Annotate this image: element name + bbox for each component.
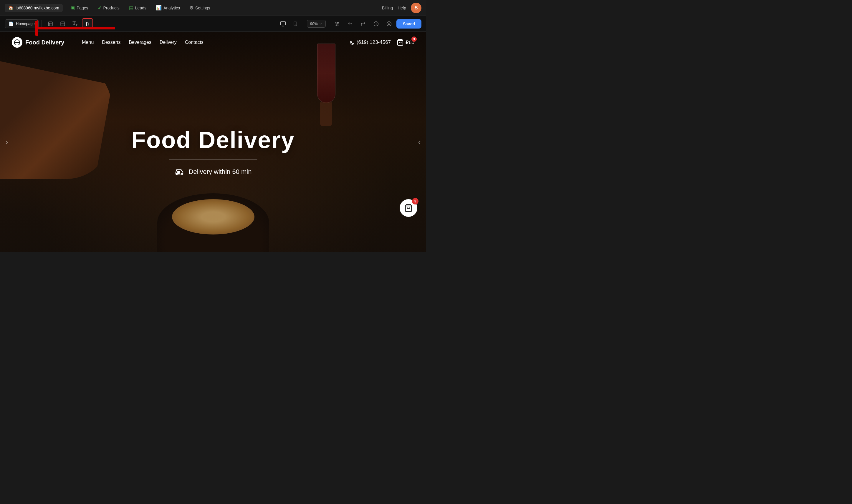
nav-settings-label: Settings	[195, 5, 210, 10]
svg-rect-5	[280, 21, 285, 25]
site-menu-contacts[interactable]: Contacts	[185, 40, 204, 45]
products-icon: ✔	[98, 5, 102, 11]
delivery-icon	[175, 166, 185, 178]
zoom-level: 90%	[310, 21, 318, 26]
svg-point-13	[336, 22, 337, 23]
site-phone-number: (619) 123-4567	[357, 39, 391, 45]
pages-icon: ▣	[70, 5, 75, 11]
nav-leads[interactable]: ▤ Leads	[125, 3, 151, 12]
toolbar-divider-1	[41, 20, 42, 28]
code-icon: {}	[86, 21, 89, 26]
svg-point-14	[337, 23, 338, 24]
domain-indicator[interactable]: 🏠 lp688960.myflexbe.com	[5, 4, 63, 12]
logo-icon	[12, 37, 22, 48]
nav-leads-label: Leads	[135, 5, 146, 10]
home-icon: 🏠	[8, 5, 13, 10]
redo-button[interactable]	[358, 18, 369, 30]
nav-right-section: Billing Help S	[382, 3, 421, 13]
site-menu: Menu Desserts Beverages Delivery Contact…	[82, 40, 204, 45]
hero-glass-decoration	[314, 43, 338, 126]
billing-link[interactable]: Billing	[382, 5, 393, 10]
analytics-icon: 📊	[156, 5, 162, 11]
desktop-view-button[interactable]	[277, 18, 289, 30]
site-cart-badge: 3	[412, 36, 417, 42]
settings-icon: ⚙	[189, 5, 193, 11]
nav-products-label: Products	[103, 5, 120, 10]
site-menu-beverages[interactable]: Beverages	[129, 40, 151, 45]
nav-pages[interactable]: ▣ Pages	[66, 3, 92, 12]
top-nav-bar: 🏠 lp688960.myflexbe.com ▣ Pages ✔ Produc…	[0, 0, 426, 16]
site-menu-delivery[interactable]: Delivery	[160, 40, 177, 45]
domain-text: lp688960.myflexbe.com	[16, 5, 59, 10]
code-editor-button[interactable]: {}	[82, 18, 93, 30]
nav-pages-label: Pages	[76, 5, 88, 10]
floating-cart-button[interactable]: 3	[400, 199, 417, 217]
text-button[interactable]: TT	[70, 18, 81, 30]
action-group: Saved	[332, 18, 421, 30]
slide-arrow-right[interactable]: ‹	[415, 134, 424, 150]
preview-area: Food Delivery Menu Desserts Beverages De…	[0, 32, 426, 252]
hero-food-decoration	[172, 199, 255, 234]
site-menu-menu[interactable]: Menu	[82, 40, 94, 45]
page-tab-label: Homepage	[16, 21, 35, 26]
svg-point-9	[295, 25, 295, 25]
svg-point-15	[336, 25, 337, 25]
save-button[interactable]: Saved	[396, 19, 421, 29]
hero-delivery-text: Delivery within 60 min	[189, 168, 252, 176]
nav-products[interactable]: ✔ Products	[94, 3, 124, 12]
site-logo: Food Delivery	[12, 37, 64, 48]
leads-icon: ▤	[129, 5, 134, 11]
svg-point-17	[387, 21, 391, 26]
editor-toolbar: 📄 Homepage TT {}	[0, 16, 426, 32]
page-tab-icon: 📄	[8, 21, 14, 26]
nav-settings[interactable]: ⚙ Settings	[185, 3, 214, 12]
user-avatar[interactable]: S	[411, 3, 421, 13]
svg-rect-0	[48, 22, 52, 26]
hero-content: Food Delivery Delivery within 60 min	[131, 127, 295, 178]
site-logo-text: Food Delivery	[25, 39, 64, 46]
slide-arrow-left[interactable]: ›	[2, 134, 11, 150]
preview-button[interactable]	[383, 18, 395, 30]
site-navigation: Food Delivery Menu Desserts Beverages De…	[0, 32, 426, 53]
history-button[interactable]	[370, 18, 382, 30]
nav-analytics[interactable]: 📊 Analytics	[152, 3, 184, 12]
svg-point-18	[388, 23, 390, 25]
page-tab[interactable]: 📄 Homepage	[5, 19, 39, 28]
mobile-view-button[interactable]	[290, 18, 301, 30]
help-link[interactable]: Help	[398, 5, 406, 10]
settings-panel-button[interactable]	[332, 18, 343, 30]
floating-cart-badge: 3	[412, 198, 418, 204]
site-menu-desserts[interactable]: Desserts	[102, 40, 120, 45]
undo-button[interactable]	[345, 18, 356, 30]
site-cart[interactable]: 3 ₽60	[397, 39, 414, 46]
website-preview: Food Delivery Menu Desserts Beverages De…	[0, 32, 426, 252]
layers-button[interactable]	[45, 18, 56, 30]
hero-title: Food Delivery	[131, 127, 295, 154]
site-phone[interactable]: (619) 123-4567	[349, 39, 391, 45]
hero-delivery: Delivery within 60 min	[131, 166, 295, 178]
device-group	[277, 18, 301, 30]
zoom-selector[interactable]: 90%	[307, 20, 326, 28]
svg-rect-3	[61, 22, 65, 26]
site-nav-right: (619) 123-4567 3 ₽60	[349, 39, 414, 46]
nav-analytics-label: Analytics	[163, 5, 180, 10]
layout-button[interactable]	[57, 18, 68, 30]
text-icon: TT	[72, 21, 77, 26]
